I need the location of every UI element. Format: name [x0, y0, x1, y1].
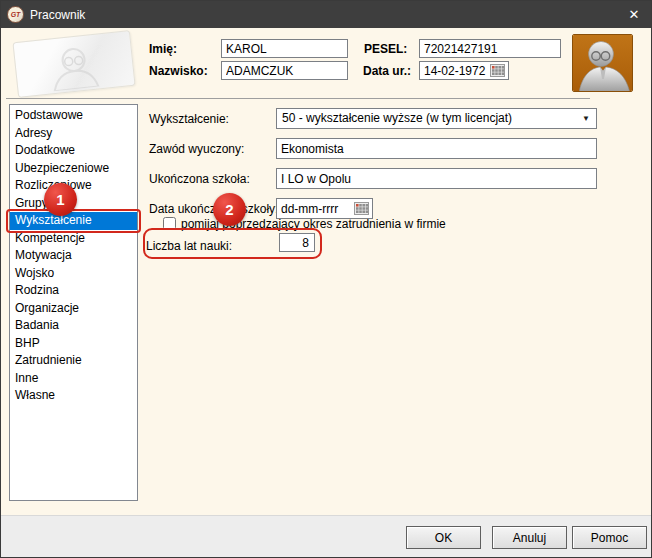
title-bar[interactable]: GT Pracownik ✕ — [1, 1, 651, 28]
last-name-label: Nazwisko: — [149, 64, 208, 78]
ok-button[interactable]: OK — [406, 526, 481, 549]
close-icon[interactable]: ✕ — [623, 4, 645, 25]
last-name-input[interactable] — [221, 61, 348, 80]
sidebar-item-rodzina[interactable]: Rodzina — [10, 282, 137, 300]
graduation-date-input[interactable] — [281, 202, 354, 216]
employee-dialog: GT Pracownik ✕ Imię: Nazwisko: PESEL: Da… — [0, 0, 652, 558]
annotation-highlight-sidebar — [6, 209, 141, 233]
birth-date-label: Data ur.: — [363, 64, 411, 78]
annotation-step-2-badge: 2 — [213, 193, 246, 226]
annotation-highlight-years — [143, 228, 322, 259]
education-combobox[interactable]: 50 - wykształcenie wyższe (w tym licencj… — [276, 108, 597, 129]
sidebar-item-wlasne[interactable]: Własne — [10, 387, 137, 405]
calendar-icon[interactable] — [354, 202, 369, 215]
cancel-button[interactable]: Anuluj — [492, 526, 567, 549]
birth-date-input[interactable] — [424, 64, 490, 78]
sidebar-item-podstawowe[interactable]: Podstawowe — [10, 107, 137, 125]
employee-photo — [572, 34, 633, 92]
sidebar-item-wojsko[interactable]: Wojsko — [10, 265, 137, 283]
sidebar-item-organizacje[interactable]: Organizacje — [10, 300, 137, 318]
education-value: 50 - wykształcenie wyższe (w tym licencj… — [282, 111, 512, 125]
first-name-label: Imię: — [149, 42, 177, 56]
chevron-down-icon: ▼ — [582, 109, 590, 128]
birth-date-field[interactable] — [419, 61, 509, 80]
calendar-icon[interactable] — [490, 64, 505, 77]
window-title: Pracownik — [30, 8, 85, 22]
pesel-label: PESEL: — [364, 42, 407, 56]
help-button[interactable]: Pomoc — [572, 526, 647, 549]
sidebar-item-zatrudnienie[interactable]: Zatrudnienie — [10, 352, 137, 370]
category-listbox[interactable]: Podstawowe Adresy Dodatkowe Ubezpieczeni… — [9, 104, 138, 501]
pesel-input[interactable] — [419, 39, 561, 58]
sidebar-item-motywacja[interactable]: Motywacja — [10, 247, 137, 265]
graduation-date-field[interactable] — [276, 198, 373, 219]
first-name-input[interactable] — [221, 39, 348, 58]
annotation-step-1-badge: 1 — [44, 183, 77, 216]
learned-profession-label: Zawód wyuczony: — [149, 142, 244, 156]
sidebar-item-dodatkowe[interactable]: Dodatkowe — [10, 142, 137, 160]
sidebar-item-bhp[interactable]: BHP — [10, 335, 137, 353]
header-divider — [6, 98, 590, 99]
sidebar-item-badania[interactable]: Badania — [10, 317, 137, 335]
education-label: Wykształcenie: — [149, 112, 229, 126]
sidebar-item-inne[interactable]: Inne — [10, 370, 137, 388]
learned-profession-input[interactable] — [276, 138, 597, 159]
finished-school-input[interactable] — [276, 168, 597, 189]
app-logo-icon: GT — [7, 6, 24, 23]
sidebar-item-adresy[interactable]: Adresy — [10, 125, 137, 143]
sidebar-item-ubezpieczeniowe[interactable]: Ubezpieczeniowe — [10, 160, 137, 178]
id-card-watermark — [12, 30, 135, 98]
person-outline-icon — [44, 42, 104, 92]
person-avatar-icon — [573, 35, 633, 92]
finished-school-label: Ukończona szkoła: — [149, 172, 250, 186]
app-logo-text: GT — [11, 11, 21, 18]
